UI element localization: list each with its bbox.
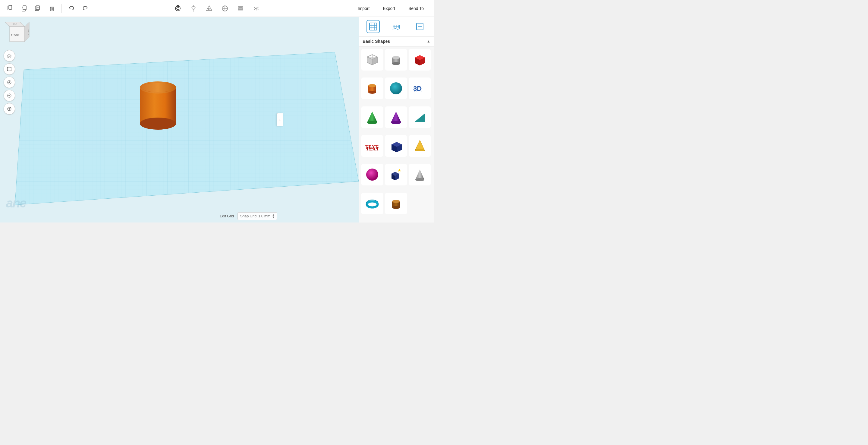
mirror-btn[interactable] xyxy=(251,3,261,14)
toolbar-center-icons xyxy=(173,3,261,14)
svg-text:TOP: TOP xyxy=(13,23,17,25)
svg-rect-1 xyxy=(9,5,12,9)
notes-panel-btn[interactable] xyxy=(413,20,427,33)
shape-cylinder-brown[interactable] xyxy=(385,192,407,214)
svg-rect-8 xyxy=(50,7,53,11)
category-dropdown[interactable]: Basic Shapes ▲ xyxy=(359,36,434,47)
shape-cone-gray[interactable] xyxy=(409,164,431,185)
snap-grid-control[interactable]: Snap Grid 1.0 mm ▲▼ xyxy=(238,212,277,220)
svg-marker-37 xyxy=(15,52,359,205)
zoom-in-btn[interactable] xyxy=(4,77,15,88)
delete-button[interactable] xyxy=(46,3,57,14)
svg-rect-27 xyxy=(239,7,242,9)
copy-button[interactable] xyxy=(19,3,30,14)
3d-viewport[interactable]: TOP FRONT RIGHT xyxy=(0,17,359,222)
panel-collapse-btn[interactable]: › xyxy=(277,113,283,126)
svg-point-88 xyxy=(368,84,376,87)
category-select[interactable]: Basic Shapes xyxy=(363,39,427,44)
svg-rect-3 xyxy=(23,6,26,10)
svg-point-114 xyxy=(415,178,424,181)
import-button[interactable]: Import xyxy=(352,4,375,13)
shape-cylinder-orange[interactable] xyxy=(361,78,383,99)
shape-btn[interactable] xyxy=(204,3,215,14)
svg-point-95 xyxy=(391,121,401,124)
measure-panel-btn[interactable] xyxy=(390,20,403,33)
camera-view-btn[interactable] xyxy=(173,3,183,14)
light-btn[interactable] xyxy=(188,3,199,14)
svg-marker-113 xyxy=(415,170,424,180)
grid-surface xyxy=(0,17,359,222)
svg-rect-58 xyxy=(370,23,377,30)
svg-point-89 xyxy=(390,82,402,94)
shape-wedge-teal[interactable] xyxy=(409,107,431,128)
align-btn[interactable] xyxy=(235,3,246,14)
svg-point-39 xyxy=(140,118,176,130)
send-to-button[interactable]: Send To xyxy=(403,4,429,13)
cylinder-shape[interactable] xyxy=(137,76,179,131)
svg-point-17 xyxy=(192,6,195,9)
toolbar-left xyxy=(5,3,91,14)
snap-grid-label: Snap Grid xyxy=(240,214,256,218)
shapes-grid: 3D 3D xyxy=(359,47,434,222)
main-area: TOP FRONT RIGHT xyxy=(0,17,434,222)
shape-sphere-teal[interactable] xyxy=(385,78,407,99)
undo-button[interactable] xyxy=(66,3,77,14)
shape-pyramid-yellow[interactable] xyxy=(409,135,431,157)
grid-btn[interactable] xyxy=(219,3,230,14)
edit-grid-label: Edit Grid xyxy=(220,214,234,218)
shape-torus-teal[interactable] xyxy=(361,192,383,214)
shape-box-wireframe[interactable] xyxy=(361,49,383,70)
zoom-out-btn[interactable] xyxy=(4,90,15,101)
svg-text:TEXT: TEXT xyxy=(366,146,379,151)
new-button[interactable] xyxy=(5,3,16,14)
snap-grid-value: 1.0 mm xyxy=(258,214,270,218)
shape-text-red[interactable]: TEXT TEXT xyxy=(361,135,383,157)
shape-cone-green[interactable] xyxy=(361,107,383,128)
svg-point-119 xyxy=(392,200,400,203)
shape-text-3d[interactable]: 3D 3D xyxy=(409,78,431,99)
shape-sphere-magenta[interactable] xyxy=(361,164,383,185)
shape-box-blue[interactable] xyxy=(385,135,407,157)
svg-point-81 xyxy=(392,56,400,59)
shape-box-dark-blue-star[interactable]: ★ xyxy=(385,164,407,185)
svg-rect-48 xyxy=(7,67,11,71)
svg-point-80 xyxy=(392,62,400,65)
svg-point-118 xyxy=(392,206,400,209)
svg-point-87 xyxy=(368,91,376,94)
export-button[interactable]: Export xyxy=(377,4,400,13)
duplicate-button[interactable] xyxy=(33,3,43,14)
snap-grid-arrows[interactable]: ▲▼ xyxy=(272,214,275,218)
dropdown-arrow-icon: ▲ xyxy=(427,39,430,43)
toolbar-divider-1 xyxy=(61,4,62,13)
right-panel: Basic Shapes ▲ xyxy=(359,17,434,222)
main-toolbar: Import Export Send To xyxy=(0,0,434,17)
svg-point-108 xyxy=(366,169,378,181)
home-view-btn[interactable] xyxy=(4,50,15,61)
shape-box-red[interactable] xyxy=(409,49,431,70)
svg-point-14 xyxy=(177,7,179,10)
panel-icon-tabs xyxy=(359,17,434,36)
fit-view-btn[interactable] xyxy=(4,63,15,75)
svg-point-40 xyxy=(140,81,176,93)
redo-button[interactable] xyxy=(80,3,91,14)
svg-text:3D: 3D xyxy=(414,86,422,93)
svg-point-93 xyxy=(367,121,377,124)
svg-marker-107 xyxy=(416,140,424,149)
grid-panel-btn[interactable] xyxy=(367,20,380,33)
svg-text:FRONT: FRONT xyxy=(11,33,20,36)
left-tools xyxy=(4,50,15,115)
shape-cylinder-gray[interactable] xyxy=(385,49,407,70)
bottom-bar: Edit Grid Snap Grid 1.0 mm ▲▼ xyxy=(220,212,277,220)
svg-point-22 xyxy=(208,8,210,10)
shape-cone-purple[interactable] xyxy=(385,107,407,128)
toolbar-right: Import Export Send To xyxy=(352,4,429,13)
orientation-btn[interactable] xyxy=(4,103,15,115)
svg-text:★: ★ xyxy=(398,168,401,173)
view-cube[interactable]: TOP FRONT RIGHT xyxy=(4,21,28,44)
svg-text:RIGHT: RIGHT xyxy=(27,30,29,35)
